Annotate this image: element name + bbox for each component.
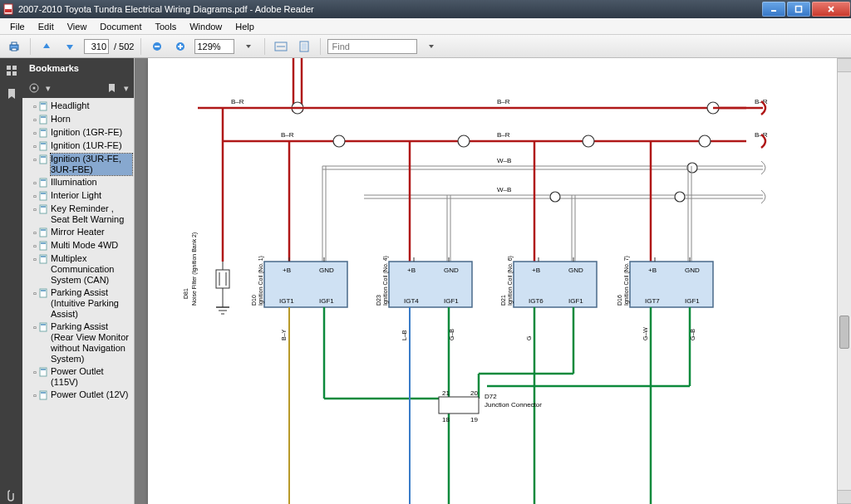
svg-text:20: 20 bbox=[470, 389, 478, 397]
fit-page-button[interactable] bbox=[295, 37, 313, 56]
fit-width-button[interactable] bbox=[272, 37, 290, 56]
svg-text:D16: D16 bbox=[617, 295, 622, 306]
svg-text:W–B: W–B bbox=[497, 157, 511, 164]
svg-text:G–B: G–B bbox=[690, 329, 696, 340]
page-down-button[interactable] bbox=[61, 37, 79, 56]
expand-icon[interactable]: ▫ bbox=[31, 203, 39, 215]
svg-rect-7 bbox=[12, 42, 17, 45]
bookmark-item[interactable]: ▫Parking Assist (Rear View Monitor witho… bbox=[31, 321, 134, 365]
expand-icon[interactable]: ▫ bbox=[31, 253, 39, 265]
svg-rect-19 bbox=[12, 66, 17, 70]
menu-help[interactable]: Help bbox=[229, 20, 261, 33]
expand-icon[interactable]: ▫ bbox=[31, 366, 39, 378]
expand-icon[interactable]: ▫ bbox=[31, 114, 39, 125]
page-icon bbox=[39, 254, 49, 264]
page-icon bbox=[39, 241, 49, 251]
pdf-page: B–R B–R B–R B–R B–R B–R bbox=[148, 58, 838, 504]
expand-icon[interactable]: ▫ bbox=[31, 240, 39, 252]
bookmark-item[interactable]: ▫Multiplex Communication System (CAN) bbox=[31, 252, 134, 286]
svg-text:Ignition Coil (No. 7): Ignition Coil (No. 7) bbox=[623, 256, 630, 306]
toolbar: / 502 bbox=[0, 35, 851, 58]
svg-text:IGT6: IGT6 bbox=[529, 297, 544, 305]
scroll-up-arrow[interactable] bbox=[838, 58, 851, 72]
bookmark-item[interactable]: ▫Key Reminder , Seat Belt Warning bbox=[31, 203, 134, 226]
svg-text:GND: GND bbox=[319, 267, 334, 274]
svg-text:G–B: G–B bbox=[449, 329, 455, 340]
svg-text:D72: D72 bbox=[485, 393, 497, 400]
expand-icon[interactable]: ▫ bbox=[31, 287, 39, 299]
bookmark-item[interactable]: ▫Headlight bbox=[31, 100, 134, 113]
bookmark-item[interactable]: ▫Ignition (3UR-FE, 3UR-FBE) bbox=[31, 153, 134, 176]
scroll-down-arrow[interactable] bbox=[838, 490, 851, 504]
menu-view[interactable]: View bbox=[61, 20, 94, 33]
svg-text:IGF1: IGF1 bbox=[568, 297, 583, 305]
svg-text:IGT7: IGT7 bbox=[645, 297, 660, 305]
expand-icon[interactable]: ▫ bbox=[31, 154, 39, 165]
svg-rect-17 bbox=[302, 43, 307, 50]
expand-icon[interactable]: ▫ bbox=[31, 127, 39, 139]
svg-text:D81: D81 bbox=[183, 288, 189, 299]
page-number-input[interactable] bbox=[84, 39, 109, 54]
bookmark-new-icon[interactable] bbox=[106, 81, 119, 95]
bookmarks-icon[interactable] bbox=[4, 86, 19, 101]
bookmark-label: Multi Mode 4WD bbox=[51, 240, 132, 251]
bookmark-options-icon[interactable] bbox=[27, 81, 41, 95]
svg-rect-33 bbox=[41, 156, 46, 158]
svg-point-23 bbox=[33, 87, 36, 90]
find-dropdown[interactable] bbox=[422, 37, 440, 56]
bookmark-item[interactable]: ▫Illumination bbox=[31, 176, 134, 189]
expand-icon[interactable]: ▫ bbox=[31, 227, 39, 238]
zoom-in-button[interactable] bbox=[171, 37, 189, 56]
expand-icon[interactable]: ▫ bbox=[31, 190, 39, 202]
expand-icon[interactable]: ▫ bbox=[31, 321, 39, 333]
svg-text:GND: GND bbox=[685, 267, 700, 274]
window-controls bbox=[761, 0, 851, 18]
expand-icon[interactable]: ▫ bbox=[31, 389, 39, 401]
scroll-thumb[interactable] bbox=[839, 316, 849, 349]
svg-rect-123 bbox=[514, 262, 597, 307]
expand-icon[interactable]: ▫ bbox=[31, 177, 39, 188]
svg-text:D23: D23 bbox=[376, 295, 381, 306]
minimize-button[interactable] bbox=[762, 2, 785, 17]
expand-icon[interactable]: ▫ bbox=[31, 140, 39, 152]
bookmark-label: Ignition (1UR-FE) bbox=[51, 140, 132, 151]
bookmark-item[interactable]: ▫Ignition (1UR-FE) bbox=[31, 139, 134, 153]
zoom-input[interactable] bbox=[194, 39, 234, 54]
bookmark-item[interactable]: ▫Power Outlet (115V) bbox=[31, 365, 134, 389]
bookmark-label: Parking Assist (Intuitive Parking Assist… bbox=[51, 287, 132, 320]
menu-tools[interactable]: Tools bbox=[149, 20, 184, 33]
thumbnails-icon[interactable] bbox=[4, 63, 19, 78]
bookmark-item[interactable]: ▫Parking Assist (Intuitive Parking Assis… bbox=[31, 286, 134, 321]
bookmark-item[interactable]: ▫Ignition (1GR-FE) bbox=[31, 126, 134, 139]
menu-window[interactable]: Window bbox=[183, 20, 229, 33]
close-button[interactable] bbox=[812, 2, 850, 17]
svg-point-68 bbox=[333, 135, 345, 147]
bookmark-item[interactable]: ▫Interior Light bbox=[31, 189, 134, 203]
menu-edit[interactable]: Edit bbox=[32, 20, 61, 33]
svg-rect-35 bbox=[41, 179, 46, 181]
menu-document[interactable]: Document bbox=[93, 20, 148, 33]
zoom-dropdown[interactable] bbox=[239, 37, 258, 56]
svg-rect-39 bbox=[41, 206, 46, 208]
svg-text:W–B: W–B bbox=[497, 186, 511, 193]
bookmark-item[interactable]: ▫Multi Mode 4WD bbox=[31, 239, 134, 252]
zoom-out-button[interactable] bbox=[148, 37, 166, 56]
expand-icon[interactable]: ▫ bbox=[31, 100, 39, 112]
bookmarks-list[interactable]: ▫Headlight▫Horn▫Ignition (1GR-FE)▫Igniti… bbox=[22, 98, 134, 504]
bookmark-item[interactable]: ▫Horn bbox=[31, 113, 134, 126]
maximize-button[interactable] bbox=[787, 2, 810, 17]
page-up-button[interactable] bbox=[37, 37, 56, 56]
menu-file[interactable]: File bbox=[3, 20, 32, 33]
bookmarks-toolbar: ▾ ▾ bbox=[22, 78, 134, 98]
bookmark-label: Headlight bbox=[51, 100, 132, 111]
document-area[interactable]: B–R B–R B–R B–R B–R B–R bbox=[135, 58, 851, 504]
svg-text:+B: +B bbox=[407, 267, 416, 274]
attachment-icon[interactable] bbox=[0, 487, 22, 504]
svg-rect-51 bbox=[41, 369, 46, 370]
find-input[interactable] bbox=[327, 39, 417, 54]
page-icon bbox=[39, 288, 49, 298]
vertical-scrollbar[interactable] bbox=[837, 58, 851, 504]
bookmark-item[interactable]: ▫Mirror Heater bbox=[31, 226, 134, 239]
bookmark-item[interactable]: ▫Power Outlet (12V) bbox=[31, 389, 134, 402]
print-button[interactable] bbox=[5, 37, 23, 56]
